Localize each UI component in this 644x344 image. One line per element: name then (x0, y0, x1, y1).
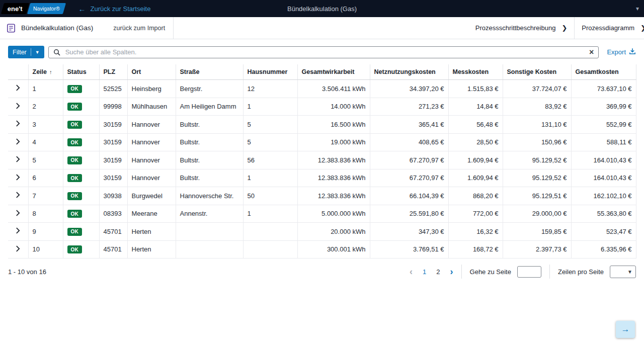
status-badge: OK (67, 138, 82, 146)
table-row: 4 OK 30159 Hannover Bultstr. 5 19.000 kW… (8, 133, 636, 151)
clear-search-icon[interactable]: × (589, 48, 594, 56)
cell-gesamtwirkarbeit: 3.506.411 kWh (297, 80, 370, 98)
cell-gesamtkosten: 523,47 € (571, 223, 636, 241)
search-input[interactable] (64, 48, 585, 56)
column-header-gesamtwirkarbeit[interactable]: Gesamtwirkarbeit (297, 64, 370, 80)
cell-ort: Hannover (127, 169, 176, 187)
footer-divider (549, 265, 550, 279)
process-diagram-link[interactable]: Prozessdiagramm ❯ (582, 24, 644, 32)
cell-plz: 45701 (99, 240, 127, 259)
status-badge: OK (67, 103, 82, 111)
column-header-ort[interactable]: Ort (127, 64, 176, 80)
cell-ort: Heinsberg (127, 80, 176, 98)
expand-row-icon[interactable] (16, 156, 20, 162)
goto-page-input[interactable] (517, 266, 541, 278)
page-button-2[interactable]: 2 (436, 268, 440, 276)
cell-status: OK (63, 133, 99, 151)
cell-hausnummer: 12 (243, 80, 297, 98)
cell-gesamtkosten: 588,11 € (571, 133, 636, 151)
cell-strasse: Annenstr. (176, 205, 243, 223)
table-row: 5 OK 30159 Hannover Bultstr. 56 12.383.8… (8, 151, 636, 169)
column-header-sonstige-kosten[interactable]: Sonstige Kosten (503, 64, 571, 80)
cell-status: OK (63, 116, 99, 134)
app-header-bar: Bündelkalkulation (Gas) zurück zum Impor… (0, 17, 644, 39)
expand-row-icon[interactable] (16, 210, 20, 216)
column-header-messkosten[interactable]: Messkosten (448, 64, 503, 80)
cell-netznutzungskosten: 271,23 € (370, 98, 448, 116)
cell-messkosten: 168,72 € (448, 240, 503, 259)
expand-row-icon[interactable] (16, 84, 20, 91)
back-link-label: Zurück zur Startseite (91, 5, 151, 13)
table-row: 2 OK 99998 Mühlhausen Am Heiligen Damm 1… (8, 98, 636, 116)
expand-row-icon[interactable] (16, 138, 20, 145)
export-label: Export (607, 48, 626, 56)
column-header-status[interactable]: Status (63, 64, 99, 80)
back-to-start-link[interactable]: ← Zurück zur Startseite (78, 5, 151, 13)
cell-expand (8, 80, 28, 98)
cell-strasse: Bergstr. (176, 80, 243, 98)
cell-netznutzungskosten: 25.591,80 € (370, 205, 448, 223)
table-row: 9 OK 45701 Herten 20.000 kWh 347,30 € 16… (8, 223, 636, 241)
export-button[interactable]: Export (607, 48, 636, 56)
expand-row-icon[interactable] (16, 227, 20, 234)
column-header-zeile[interactable]: Zeile↑ (28, 64, 63, 80)
expand-row-icon[interactable] (16, 120, 20, 127)
column-header-gesamtkosten[interactable]: Gesamtkosten (571, 64, 636, 80)
cell-sonstige-kosten: 95.129,52 € (503, 169, 571, 187)
topbar-dropdown-icon[interactable]: ▾ (636, 5, 639, 12)
cell-messkosten: 56,48 € (448, 116, 503, 134)
cell-ort: Herten (127, 240, 176, 259)
topbar-title: Bündelkalkulation (Gas) (287, 5, 357, 13)
table-row: 1 OK 52525 Heinsberg Bergstr. 12 3.506.4… (8, 80, 636, 98)
column-header-netznutzungskosten[interactable]: Netznutzungskosten (370, 64, 448, 80)
back-to-import-tab[interactable]: zurück zum Import (113, 25, 165, 32)
cell-plz: 30938 (99, 187, 127, 205)
cell-netznutzungskosten: 34.397,20 € (370, 80, 448, 98)
brand-badge-text: Navigator® (33, 6, 60, 12)
table-header: Zeile↑ Status PLZ Ort Straße Hausnummer … (8, 64, 636, 80)
cell-expand (8, 151, 28, 169)
process-step-description-link[interactable]: Prozessschrittbeschreibung ❯ (475, 24, 568, 32)
previous-page-icon[interactable]: ‹ (410, 267, 413, 276)
row-range-label: 1 - 10 von 16 (8, 268, 46, 276)
back-arrow-icon: ← (78, 5, 86, 13)
filter-button[interactable]: Filter ▼ (8, 46, 44, 58)
page-title: Bündelkalkulation (Gas) (21, 24, 93, 32)
cell-strasse: Bultstr. (176, 116, 243, 134)
search-box: × (48, 46, 599, 58)
next-page-icon[interactable]: › (450, 267, 453, 276)
cell-messkosten: 1.609,94 € (448, 169, 503, 187)
cell-ort: Meerane (127, 205, 176, 223)
cell-gesamtkosten: 73.637,10 € (571, 80, 636, 98)
expand-row-icon[interactable] (16, 103, 20, 109)
table-toolbar: Filter ▼ × Export (0, 39, 644, 61)
expand-row-icon[interactable] (16, 245, 20, 252)
cell-plz: 45701 (99, 223, 127, 241)
column-header-plz[interactable]: PLZ (99, 64, 127, 80)
enet-navigator-logo: ene't Navigator® (3, 3, 64, 14)
page-button-1[interactable]: 1 (423, 268, 426, 276)
column-header-strasse[interactable]: Straße (176, 64, 243, 80)
cell-zeile: 4 (28, 133, 63, 151)
cell-sonstige-kosten: 29.000,00 € (503, 205, 571, 223)
status-badge: OK (67, 192, 82, 200)
expand-row-icon[interactable] (16, 174, 20, 181)
process-step-label: Prozessschrittbeschreibung (475, 24, 556, 32)
next-step-fab[interactable]: → (616, 321, 635, 338)
chevron-down-icon: ▼ (627, 269, 632, 275)
cell-sonstige-kosten: 37.724,07 € (503, 80, 571, 98)
cell-netznutzungskosten: 67.270,97 € (370, 151, 448, 169)
column-header-expand (8, 64, 28, 80)
cell-expand (8, 98, 28, 116)
rows-per-page-select[interactable]: ▼ (610, 266, 636, 278)
column-header-hausnummer[interactable]: Hausnummer (243, 64, 297, 80)
cell-expand (8, 133, 28, 151)
cell-expand (8, 240, 28, 259)
cell-netznutzungskosten: 66.104,39 € (370, 187, 448, 205)
cell-messkosten: 868,20 € (448, 187, 503, 205)
cell-zeile: 5 (28, 151, 63, 169)
cell-status: OK (63, 187, 99, 205)
cell-ort: Hannover (127, 116, 176, 134)
status-badge: OK (67, 156, 82, 164)
expand-row-icon[interactable] (16, 192, 20, 198)
